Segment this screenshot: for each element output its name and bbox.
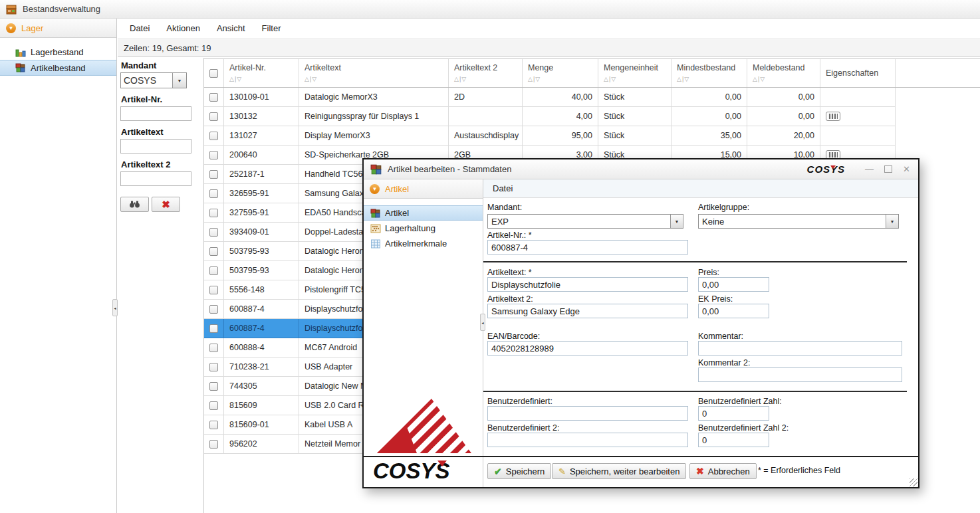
row-checkbox-cell[interactable] [204, 203, 224, 222]
sort-arrows[interactable]: △|▽ [753, 76, 814, 82]
mandant-select[interactable]: EXP ▼ [487, 214, 683, 229]
artikeltext2-filter-input[interactable] [120, 171, 191, 186]
mandant-dropdown-arrow-icon[interactable]: ▼ [670, 215, 683, 228]
clear-filter-button[interactable]: ✖ [152, 197, 180, 212]
col-artikeltext[interactable]: Artikeltext△|▽ [299, 59, 449, 87]
artikeltext-filter-input[interactable] [120, 139, 191, 154]
search-button[interactable] [120, 197, 149, 212]
row-checkbox-cell[interactable] [204, 338, 224, 357]
row-checkbox-cell[interactable] [204, 435, 224, 453]
benutzerdefiniert-zahl2-input[interactable] [698, 433, 769, 447]
row-checkbox[interactable] [209, 344, 218, 352]
row-checkbox-cell[interactable] [204, 280, 224, 299]
artikelnr-filter-input[interactable] [120, 106, 191, 121]
row-checkbox[interactable] [209, 286, 218, 294]
select-all-checkbox[interactable] [209, 69, 218, 78]
save-button[interactable]: ✔ Speichern [487, 463, 551, 479]
row-checkbox-cell[interactable] [204, 377, 224, 395]
dialog-nav-artikel[interactable]: Artikel [364, 205, 483, 221]
benutzerdefiniert2-input[interactable] [487, 433, 688, 447]
row-checkbox-cell[interactable] [204, 146, 224, 164]
row-checkbox[interactable] [209, 266, 218, 275]
row-checkbox[interactable] [209, 382, 218, 391]
col-meldebestand[interactable]: Meldebestand△|▽ [747, 59, 820, 87]
sort-arrows[interactable]: △|▽ [305, 76, 443, 82]
row-checkbox-cell[interactable] [204, 358, 224, 376]
row-checkbox[interactable] [209, 305, 218, 314]
table-row[interactable]: 131027Display MemorX3Austauschdisplay95,… [204, 126, 896, 146]
row-checkbox-cell[interactable] [204, 300, 224, 318]
artikeltext2-input[interactable] [487, 304, 688, 318]
col-eigenschaften[interactable]: Eigenschaften [820, 59, 896, 87]
kommentar2-input[interactable] [698, 367, 902, 382]
dialog-group-artikel[interactable]: ▼ Artikel [364, 179, 483, 199]
col-artikeltext2[interactable]: Artikeltext 2△|▽ [449, 59, 523, 87]
row-checkbox[interactable] [209, 440, 218, 449]
sidebar-item-artikelbestand[interactable]: Artikelbestand [0, 60, 116, 76]
menu-item-datei[interactable]: Datei [130, 23, 150, 33]
col-mindestbestand[interactable]: Mindestbestand△|▽ [672, 59, 747, 87]
benutzerdefiniert-input[interactable] [487, 406, 688, 421]
benutzerdefiniert-zahl-input[interactable] [698, 406, 769, 421]
maximize-icon[interactable] [884, 165, 892, 173]
artikelgruppe-dropdown-arrow-icon[interactable]: ▼ [886, 215, 898, 228]
sort-arrows[interactable]: △|▽ [604, 76, 666, 82]
sidebar-group-lager[interactable]: ▼ Lager [0, 19, 116, 38]
dialog-menu-datei[interactable]: Datei [493, 183, 513, 193]
sidebar-collapse-handle[interactable]: ◂ [112, 299, 118, 316]
col-menge[interactable]: Menge△|▽ [523, 59, 598, 87]
menu-item-ansicht[interactable]: Ansicht [217, 23, 245, 33]
row-checkbox-cell[interactable] [204, 184, 224, 203]
row-checkbox[interactable] [209, 228, 218, 237]
menu-item-filter[interactable]: Filter [262, 23, 281, 33]
sort-arrows[interactable]: △|▽ [528, 76, 592, 82]
row-checkbox-cell[interactable] [204, 261, 224, 280]
row-checkbox-cell[interactable] [204, 396, 224, 415]
dialog-nav-artikelmerkmale[interactable]: Artikelmerkmale [364, 236, 483, 251]
row-checkbox-cell[interactable] [204, 223, 224, 241]
row-checkbox[interactable] [209, 151, 218, 159]
col-mengeneinheit[interactable]: Mengeneinheit△|▽ [598, 59, 672, 87]
table-row[interactable]: 130132Reinigungsspray für Displays 14,00… [204, 107, 896, 126]
kommentar-input[interactable] [698, 341, 902, 356]
table-row[interactable]: 130109-01Datalogic MemorX32D40,00Stück0,… [204, 88, 896, 107]
row-checkbox[interactable] [209, 324, 218, 333]
ekpreis-input[interactable] [698, 304, 769, 318]
sidebar-item-lagerbestand[interactable]: Lagerbestand [0, 44, 116, 60]
row-checkbox[interactable] [209, 363, 218, 371]
sort-arrows[interactable]: △|▽ [677, 76, 741, 82]
mandant-dropdown-arrow-icon[interactable]: ▼ [172, 73, 186, 88]
row-checkbox-cell[interactable] [204, 415, 224, 434]
row-checkbox[interactable] [209, 247, 218, 256]
dialog-nav-lagerhaltung[interactable]: Lagerhaltung [364, 221, 483, 236]
menu-item-aktionen[interactable]: Aktionen [166, 23, 200, 33]
artikelnr-input[interactable] [487, 240, 688, 255]
select-all-cell[interactable] [204, 59, 224, 87]
sort-arrows[interactable]: △|▽ [454, 76, 517, 82]
row-checkbox[interactable] [209, 132, 218, 140]
row-checkbox[interactable] [209, 189, 218, 198]
row-checkbox-cell[interactable] [204, 165, 224, 183]
row-checkbox-cell[interactable] [204, 107, 224, 126]
save-and-continue-button[interactable]: ✎ Speichern, weiter bearbeiten [552, 463, 686, 479]
row-checkbox-cell[interactable] [204, 126, 224, 145]
cancel-button[interactable]: ✖ Abbrechen [689, 463, 757, 479]
row-checkbox[interactable] [209, 170, 218, 179]
row-checkbox[interactable] [209, 401, 218, 410]
row-checkbox[interactable] [209, 112, 218, 121]
row-checkbox[interactable] [209, 421, 218, 429]
artikeltext-input[interactable] [487, 277, 688, 292]
row-checkbox-cell[interactable] [204, 242, 224, 260]
mandant-select[interactable]: COSYS ▼ [120, 72, 187, 88]
minimize-icon[interactable]: — [865, 164, 874, 174]
sort-arrows[interactable]: △|▽ [229, 76, 293, 82]
row-checkbox[interactable] [209, 93, 218, 102]
preis-input[interactable] [698, 277, 769, 292]
dialog-sidebar-collapse-handle[interactable]: ◂ [480, 314, 485, 331]
close-icon[interactable]: ✕ [903, 164, 910, 174]
row-checkbox[interactable] [209, 209, 218, 217]
artikelgruppe-select[interactable]: Keine ▼ [698, 214, 899, 229]
row-checkbox-cell[interactable] [204, 319, 224, 338]
col-artikelnr[interactable]: Artikel-Nr.△|▽ [224, 59, 299, 87]
row-checkbox-cell[interactable] [204, 88, 224, 106]
